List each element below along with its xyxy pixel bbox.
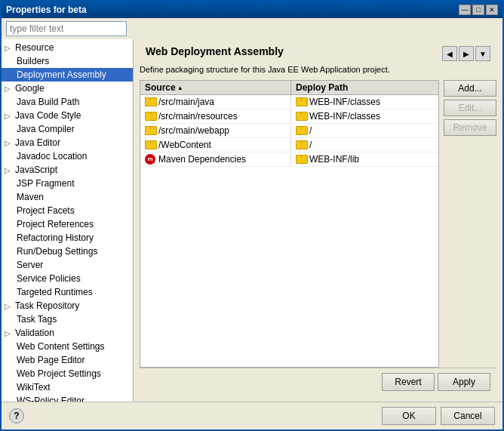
sidebar-item-maven[interactable]: Maven	[2, 190, 133, 204]
sidebar-item-label: Task Tags	[17, 314, 57, 325]
dialog-buttons: OK Cancel	[382, 407, 495, 425]
sidebar-item-label: Maven	[17, 192, 44, 202]
sidebar-item-label: Server	[17, 260, 43, 270]
sidebar-item-label: Service Policies	[17, 273, 81, 284]
sidebar-item-java-code-style[interactable]: ▷ Java Code Style	[2, 109, 133, 122]
folder-icon	[145, 126, 155, 135]
expand-icon: ▷	[5, 44, 14, 52]
folder-icon	[296, 155, 306, 164]
filter-input[interactable]	[6, 21, 127, 36]
sidebar-item-run-debug-settings[interactable]: Run/Debug Settings	[2, 245, 133, 258]
sidebar-item-project-references[interactable]: Project References	[2, 217, 133, 231]
table-body: /src/main/java WEB-INF/classes	[140, 95, 438, 367]
sidebar-item-targeted-runtimes[interactable]: Targeted Runtimes	[2, 285, 133, 299]
deploy-cell: /	[291, 124, 438, 137]
edit-button[interactable]: Edit...	[444, 100, 496, 116]
sort-asc-icon: ▲	[177, 85, 183, 91]
forward-button[interactable]: ▶	[459, 46, 474, 61]
expand-icon: ▷	[5, 112, 14, 120]
window-title: Properties for beta	[6, 5, 87, 15]
sidebar-item-label: Google	[15, 83, 45, 94]
dropdown-button[interactable]: ▼	[475, 46, 490, 61]
sidebar-item-label: WS-Policy Editor	[17, 396, 85, 402]
sidebar-item-label: WikiText	[17, 382, 51, 393]
revert-button[interactable]: Revert	[382, 373, 435, 391]
cancel-button[interactable]: Cancel	[441, 407, 495, 425]
panel-description: Define packaging structure for this Java…	[140, 65, 496, 74]
sidebar-item-javascript[interactable]: ▷ JavaScript	[2, 163, 133, 177]
table-row[interactable]: m Maven Dependencies WEB-INF/lib	[140, 152, 438, 167]
folder-icon	[145, 97, 155, 106]
sidebar-item-google[interactable]: ▷ Google	[2, 82, 133, 95]
add-button[interactable]: Add...	[444, 80, 496, 97]
folder-icon	[296, 126, 306, 135]
maximize-button[interactable]: □	[472, 5, 484, 15]
sidebar-item-web-content-settings[interactable]: Web Content Settings	[2, 340, 133, 353]
nav-row: Web Deployment Assembly ◀ ▶ ▼	[140, 45, 496, 65]
sidebar-item-web-page-editor[interactable]: Web Page Editor	[2, 353, 133, 367]
window-controls: — □ ✕	[459, 5, 498, 15]
sidebar-item-service-policies[interactable]: Service Policies	[2, 272, 133, 285]
sidebar-item-builders[interactable]: Builders	[2, 54, 133, 68]
sidebar-item-javadoc-location[interactable]: Javadoc Location	[2, 149, 133, 163]
source-cell: m Maven Dependencies	[140, 152, 291, 166]
sidebar-item-label: Resource	[15, 42, 54, 53]
source-cell: /src/main/resources	[140, 109, 291, 123]
folder-icon	[145, 140, 155, 149]
apply-button[interactable]: Apply	[438, 373, 490, 391]
sidebar-item-resource[interactable]: ▷ Resource	[2, 41, 133, 54]
main-area: ▷ Resource Builders Deployment Assembly …	[2, 39, 502, 402]
maven-icon: m	[145, 154, 155, 165]
close-button[interactable]: ✕	[486, 5, 498, 15]
sidebar-item-java-editor[interactable]: ▷ Java Editor	[2, 136, 133, 149]
sidebar-item-label: Project Facets	[17, 205, 75, 216]
main-content: ▷ Resource Builders Deployment Assembly …	[2, 18, 502, 402]
deploy-cell: /	[291, 138, 438, 152]
sidebar-item-refactoring-history[interactable]: Refactoring History	[2, 231, 133, 245]
table-header: Source ▲ Deploy Path	[140, 81, 438, 95]
sidebar-item-project-facets[interactable]: Project Facets	[2, 204, 133, 217]
remove-button[interactable]: Remove	[444, 119, 496, 136]
folder-icon	[145, 112, 155, 121]
filter-bar	[2, 18, 502, 39]
sidebar-item-label: Java Editor	[15, 137, 60, 148]
sidebar-item-server[interactable]: Server	[2, 258, 133, 272]
bottom-action-bar: Revert Apply	[140, 368, 496, 396]
sidebar-item-jsp-fragment[interactable]: JSP Fragment	[2, 177, 133, 190]
sidebar-item-ws-policy-editor[interactable]: WS-Policy Editor	[2, 394, 133, 402]
sidebar-item-label: Java Code Style	[15, 110, 81, 121]
source-column-header: Source ▲	[140, 81, 291, 94]
sidebar-item-web-project-settings[interactable]: Web Project Settings	[2, 367, 133, 380]
table-row[interactable]: /WebContent /	[140, 138, 438, 152]
source-cell: /src/main/webapp	[140, 124, 291, 137]
sidebar-item-java-compiler[interactable]: Java Compiler	[2, 122, 133, 136]
minimize-button[interactable]: —	[459, 5, 471, 15]
sidebar-item-label: Web Page Editor	[17, 355, 85, 365]
sidebar-item-wikitext[interactable]: WikiText	[2, 380, 133, 394]
panel-title: Web Deployment Assembly	[146, 45, 284, 57]
deployment-table: Source ▲ Deploy Path	[140, 80, 439, 368]
sidebar-item-label: Validation	[15, 328, 54, 338]
sidebar-item-task-tags[interactable]: Task Tags	[2, 312, 133, 326]
expand-icon: ▷	[5, 302, 14, 310]
back-button[interactable]: ◀	[442, 46, 457, 61]
sidebar-item-label: Task Repository	[15, 300, 79, 311]
title-bar: Properties for beta — □ ✕	[2, 2, 502, 18]
sidebar-item-java-build-path[interactable]: Java Build Path	[2, 95, 133, 109]
sidebar-item-label: Web Project Settings	[17, 368, 101, 379]
table-area: Source ▲ Deploy Path	[140, 80, 496, 368]
sidebar-item-label: Project References	[17, 219, 94, 229]
ok-button[interactable]: OK	[382, 407, 436, 425]
deploy-path-column-header: Deploy Path	[291, 81, 438, 94]
help-icon[interactable]: ?	[9, 408, 24, 423]
folder-icon	[296, 97, 306, 106]
sidebar-item-task-repository[interactable]: ▷ Task Repository	[2, 299, 133, 312]
folder-icon	[296, 140, 306, 149]
sidebar-item-deployment-assembly[interactable]: Deployment Assembly	[2, 68, 133, 82]
table-row[interactable]: /src/main/webapp /	[140, 124, 438, 138]
table-row[interactable]: /src/main/java WEB-INF/classes	[140, 95, 438, 109]
source-cell: /src/main/java	[140, 95, 291, 109]
sidebar-item-label: Deployment Assembly	[17, 69, 106, 80]
sidebar-item-validation[interactable]: ▷ Validation	[2, 326, 133, 340]
table-row[interactable]: /src/main/resources WEB-INF/classes	[140, 109, 438, 124]
